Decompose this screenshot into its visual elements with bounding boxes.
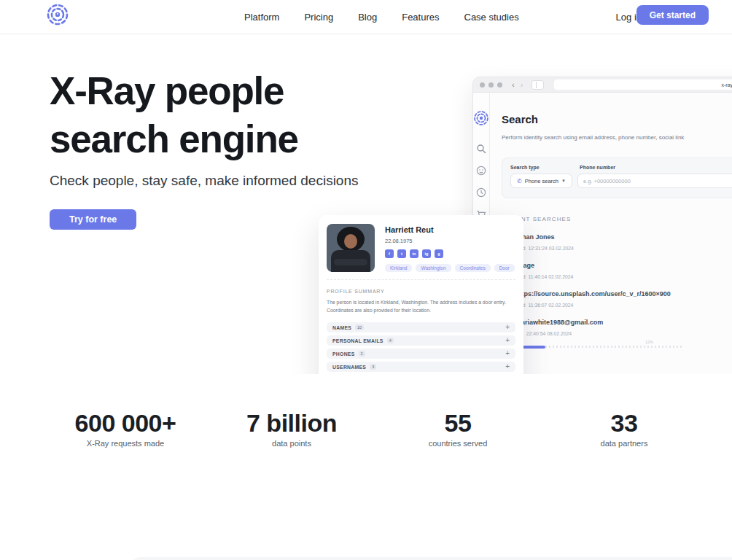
page-title: Search	[502, 113, 732, 125]
tag-chip[interactable]: Kirkland	[385, 264, 412, 272]
url-bar[interactable]: x-ray.contact	[554, 79, 732, 90]
plus-icon[interactable]: +	[505, 363, 510, 370]
accordion-row-personal-emails[interactable]: PERSONAL EMAILS 4 +	[327, 335, 515, 346]
nav-item-platform[interactable]: Platform	[244, 12, 279, 23]
plus-icon[interactable]: +	[505, 350, 510, 357]
search-progress-bar: 12%	[502, 346, 684, 348]
nav-links: Platform Pricing Blog Features Case stud…	[244, 0, 519, 34]
nav-item-blog[interactable]: Blog	[358, 12, 377, 23]
phone-icon: ✆	[517, 178, 522, 184]
browser-chrome-bar: ‹ › x-ray.contact	[473, 77, 732, 93]
accordion-row-phones[interactable]: PHONES 2 +	[327, 349, 515, 359]
recent-search-item: https://source.unsplash.com/user/c_v_r/1…	[502, 289, 732, 308]
stat-partners: 33 data partners	[541, 409, 707, 448]
facebook-icon[interactable]: f	[385, 249, 394, 258]
phone-number-label: Phone number	[580, 165, 615, 170]
social-links: f t in ig g	[385, 249, 515, 258]
section-label: PERSONAL EMAILS	[332, 338, 383, 343]
get-started-button[interactable]: Get started	[636, 5, 709, 25]
instagram-icon[interactable]: ig	[422, 249, 431, 258]
stat-value: 33	[541, 409, 707, 438]
status-timestamp: 12:31:24 03.02.2024	[528, 246, 573, 251]
phone-number-input[interactable]	[577, 174, 732, 188]
status-timestamp: 11:36:07 02.02.2024	[528, 303, 573, 308]
profile-name: Harriett Reut	[385, 225, 515, 234]
plus-icon[interactable]: +	[505, 337, 510, 344]
nav-item-pricing[interactable]: Pricing	[304, 12, 333, 23]
count-badge: 2	[359, 351, 365, 357]
navbar: Platform Pricing Blog Features Case stud…	[0, 0, 732, 34]
stat-label: data points	[209, 439, 375, 448]
status-timestamp: 11:40:14 02.02.2024	[528, 274, 573, 279]
hero-title-line1: X-Ray people	[50, 69, 284, 112]
history-clock-icon[interactable]	[476, 187, 486, 198]
linkedin-icon[interactable]: in	[410, 249, 418, 258]
tag-chip[interactable]: Washington	[416, 264, 451, 272]
traffic-light-icon	[497, 82, 502, 88]
profile-photo	[327, 224, 375, 272]
user-icon[interactable]	[476, 166, 486, 176]
traffic-light-icon	[480, 82, 485, 88]
stats-row: 600 000+ X-Ray requests made 7 billion d…	[42, 409, 707, 448]
traffic-light-icon	[488, 82, 494, 88]
count-badge: 10	[355, 324, 364, 330]
stat-data-points: 7 billion data points	[209, 409, 375, 448]
nav-item-case-studies[interactable]: Case studies	[464, 12, 519, 23]
status-timestamp: 22:40:54 08.02.2024	[526, 331, 572, 336]
recent-query[interactable]: https://source.unsplash.com/user/c_v_r/1…	[515, 290, 671, 298]
progress-percent-label: 12%	[645, 340, 653, 344]
stat-value: 600 000+	[42, 409, 209, 438]
hero-subtitle: Check people, stay safe, make informed d…	[50, 173, 359, 189]
section-label: NAMES	[332, 325, 351, 330]
profile-summary-title: PROFILE SUMMARY	[327, 289, 515, 294]
app-main: Search Perform identity search using ema…	[490, 93, 732, 374]
search-icon[interactable]	[476, 144, 486, 154]
search-type-label: Search type	[510, 165, 580, 170]
recent-search-item: Ethan Jones finished 12:31:24 03.02.2024	[502, 233, 732, 251]
brand-logo-icon[interactable]	[46, 3, 69, 26]
stat-value: 55	[375, 409, 541, 438]
recent-search-item: mariawhite1988@gmail.com started 22:40:5…	[502, 318, 732, 348]
stat-requests: 600 000+ X-Ray requests made	[42, 409, 209, 448]
search-form: Search type Phone number ✆ Phone search …	[502, 158, 732, 198]
divider	[327, 279, 515, 280]
count-badge: 3	[370, 364, 376, 370]
stat-label: data partners	[541, 439, 707, 448]
recent-query[interactable]: mariawhite1988@gmail.com	[515, 319, 603, 326]
section-label: USERNAMES	[332, 365, 366, 370]
count-badge: 4	[387, 338, 394, 343]
search-type-value: Phone search	[525, 178, 558, 184]
try-for-free-button[interactable]: Try for free	[50, 209, 136, 230]
stat-label: X-Ray requests made	[42, 439, 209, 448]
profile-dob: 22.08.1975	[385, 238, 515, 244]
next-section-edge	[131, 557, 732, 560]
accordion-row-names[interactable]: NAMES 10 +	[327, 322, 515, 332]
profile-result-card: Harriett Reut 22.08.1975 f t in ig g Kir…	[319, 215, 523, 374]
profile-tags: Kirkland Washington Coordinates Door	[385, 264, 515, 272]
sidebar-toggle-icon[interactable]	[532, 80, 544, 90]
nav-item-features[interactable]: Features	[402, 12, 439, 23]
hero-title: X-Ray people search engine	[50, 67, 298, 163]
github-icon[interactable]: g	[435, 249, 443, 258]
page-subtitle: Perform identity search using email addr…	[502, 134, 732, 141]
stat-value: 7 billion	[209, 409, 375, 438]
forward-chevron-icon[interactable]: ›	[521, 81, 523, 89]
plus-icon[interactable]: +	[505, 324, 510, 331]
profile-sections: NAMES 10 + PERSONAL EMAILS 4 + PHONES 2 …	[327, 322, 515, 374]
search-type-dropdown[interactable]: ✆ Phone search ▼	[510, 174, 572, 188]
chevron-down-icon: ▼	[561, 179, 566, 183]
twitter-icon[interactable]: t	[397, 249, 406, 258]
hero-title-line2: search engine	[50, 117, 298, 160]
stat-label: countries served	[375, 439, 541, 448]
profile-summary-text: The person is located in Kirkland, Washi…	[327, 298, 509, 314]
recent-search-item: Image finished 11:40:14 02.02.2024	[502, 261, 732, 279]
accordion-row-usernames[interactable]: USERNAMES 3 +	[327, 362, 515, 372]
tag-chip[interactable]: Door	[494, 264, 515, 272]
tag-chip[interactable]: Coordinates	[455, 264, 491, 272]
app-logo-icon[interactable]	[473, 110, 489, 126]
stat-countries: 55 countries served	[375, 409, 541, 448]
back-chevron-icon[interactable]: ‹	[512, 81, 515, 89]
recent-searches-title: RECENT SEARCHES	[502, 216, 732, 222]
section-label: PHONES	[332, 351, 355, 357]
